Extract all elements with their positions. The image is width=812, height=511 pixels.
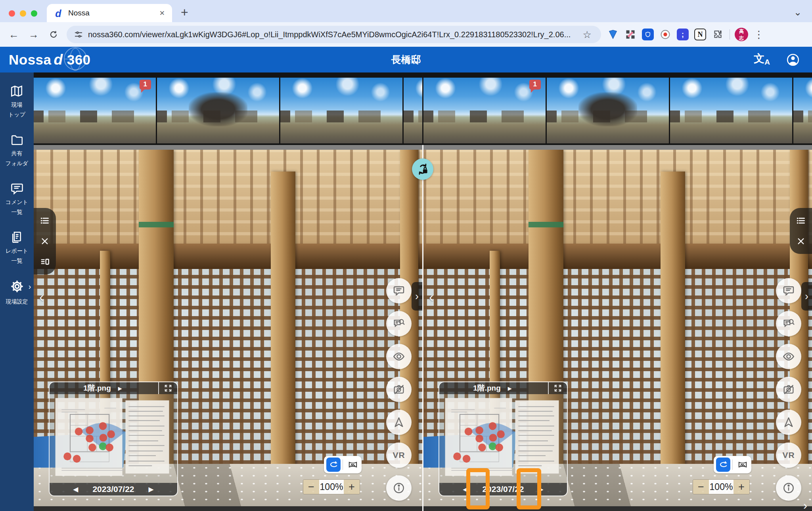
url-bar[interactable]: nossa360.com/viewer/xaLgk1wKigW3DGJ6#Lop… bbox=[67, 26, 601, 43]
window-maximize-button[interactable] bbox=[31, 10, 37, 17]
tab-search-chevron[interactable]: ⌄ bbox=[791, 6, 804, 18]
vimium-extension-icon[interactable] bbox=[606, 27, 620, 42]
bitwarden-extension-icon[interactable] bbox=[641, 27, 655, 42]
language-toggle-button[interactable]: 文A bbox=[751, 53, 772, 66]
new-tab-button[interactable]: + bbox=[178, 6, 191, 19]
minimap-photo-dot[interactable] bbox=[107, 430, 115, 438]
minimap-photo-dot[interactable] bbox=[465, 427, 473, 435]
minimap-photo-dot[interactable] bbox=[478, 444, 486, 452]
window-close-button[interactable] bbox=[9, 10, 15, 17]
minimap-floorplan[interactable] bbox=[439, 394, 567, 483]
notion-extension-icon[interactable]: N bbox=[693, 27, 707, 42]
list-view-button[interactable] bbox=[793, 213, 809, 229]
pano-thumbnail-1[interactable]: 1 bbox=[423, 78, 546, 143]
minimap-photo-dot[interactable] bbox=[99, 422, 107, 430]
expand-right-chevron-box[interactable]: › bbox=[412, 282, 422, 311]
hide-photo-button[interactable] bbox=[386, 377, 412, 402]
minimap-expand-button[interactable] bbox=[158, 382, 177, 394]
collapse-left-chevron[interactable]: ‹ bbox=[37, 289, 46, 305]
account-button[interactable] bbox=[783, 52, 802, 67]
sidebar-item-report-list[interactable]: レポート 一覧 bbox=[3, 230, 31, 265]
minimap-photo-dot[interactable] bbox=[463, 455, 471, 463]
tab-close-button[interactable]: ✕ bbox=[159, 8, 166, 18]
recorder-extension-icon[interactable] bbox=[658, 27, 672, 42]
close-compare-button[interactable] bbox=[793, 233, 809, 249]
browser-tab[interactable]: d Nossa ✕ bbox=[47, 4, 172, 22]
pano-thumbnail-4[interactable] bbox=[404, 78, 422, 143]
minimap-photo-dot[interactable] bbox=[489, 434, 497, 442]
vr-button[interactable]: VR bbox=[776, 442, 801, 468]
info-button[interactable] bbox=[386, 475, 412, 501]
close-compare-button[interactable] bbox=[37, 233, 53, 249]
comment-button[interactable] bbox=[776, 278, 801, 303]
comment-button[interactable] bbox=[386, 278, 412, 303]
semicolon-extension-icon[interactable]: ; bbox=[676, 27, 690, 42]
minimap-floorplan[interactable] bbox=[50, 394, 177, 483]
sidebar-item-site-settings[interactable]: › 現場設定 bbox=[4, 278, 31, 305]
panorama-toggle[interactable] bbox=[345, 458, 360, 472]
filmstrip-scroll-track[interactable] bbox=[423, 145, 812, 150]
zoom-in-button[interactable]: + bbox=[344, 480, 360, 494]
minimap-photo-dot[interactable] bbox=[489, 422, 497, 430]
pano-thumbnail-2[interactable] bbox=[547, 78, 669, 143]
reload-button[interactable] bbox=[45, 26, 62, 43]
tune-icon[interactable] bbox=[74, 30, 83, 39]
orientation-button[interactable] bbox=[776, 410, 801, 435]
pano-thumbnail-3[interactable] bbox=[280, 78, 402, 143]
profile-avatar[interactable]: 高志 bbox=[735, 28, 748, 41]
list-view-button[interactable] bbox=[37, 213, 53, 229]
minimap-photo-dot[interactable] bbox=[86, 427, 94, 435]
minimap-expand-button[interactable] bbox=[548, 382, 567, 394]
window-minimize-button[interactable] bbox=[20, 10, 26, 17]
split-divider[interactable] bbox=[422, 145, 423, 511]
minimap-current-photo-dot[interactable] bbox=[99, 442, 107, 450]
comment-search-button[interactable] bbox=[386, 311, 412, 336]
bookmark-star-icon[interactable]: ☆ bbox=[580, 29, 594, 41]
minimap-photo-dot[interactable] bbox=[100, 434, 107, 442]
next-floor-button[interactable]: ▶ bbox=[506, 385, 514, 392]
comment-search-button[interactable] bbox=[776, 311, 801, 336]
orientation-button[interactable] bbox=[386, 410, 412, 435]
sidebar-item-comment-list[interactable]: コメント 一覧 bbox=[3, 181, 31, 216]
back-button[interactable]: ← bbox=[6, 26, 22, 43]
zoom-out-button[interactable]: − bbox=[693, 480, 709, 494]
bottom-right-chevron[interactable]: › bbox=[801, 498, 810, 511]
minimap-photo-dot[interactable] bbox=[475, 427, 483, 435]
pano-thumbnail-4[interactable] bbox=[793, 78, 812, 143]
zoom-out-button[interactable]: − bbox=[303, 480, 319, 494]
layout-panel-button[interactable] bbox=[37, 254, 53, 270]
pano-thumbnail-2[interactable] bbox=[157, 78, 279, 143]
browser-menu-button[interactable]: ⋮ bbox=[751, 28, 766, 41]
pano-thumbnail-1[interactable]: 1 bbox=[34, 78, 156, 143]
sidebar-item-shared-folder[interactable]: 共有 フォルダ bbox=[3, 132, 31, 167]
expand-right-chevron-box[interactable]: › bbox=[801, 282, 812, 311]
extensions-menu-button[interactable] bbox=[710, 27, 725, 42]
minimap-photo-dot[interactable] bbox=[63, 452, 71, 460]
minimap-photo-dot[interactable] bbox=[75, 427, 83, 435]
minimap-photo-dot[interactable] bbox=[497, 430, 505, 438]
minimap-photo-dot[interactable] bbox=[86, 435, 94, 442]
forward-button[interactable]: → bbox=[25, 26, 42, 43]
next-floor-button[interactable]: ▶ bbox=[116, 385, 124, 392]
collapse-left-chevron[interactable]: ‹ bbox=[427, 289, 436, 305]
sidebar-item-site-top[interactable]: 現場 トップ bbox=[6, 84, 28, 118]
minimap-photo-dot[interactable] bbox=[105, 444, 113, 452]
qr-extension-icon[interactable] bbox=[623, 27, 638, 42]
minimap-photo-dot[interactable] bbox=[73, 455, 81, 463]
minimap-photo-dot[interactable] bbox=[453, 452, 461, 460]
panorama-toggle[interactable] bbox=[735, 458, 749, 472]
hide-photo-button[interactable] bbox=[776, 377, 801, 402]
filmstrip-scroll-track[interactable] bbox=[34, 145, 422, 150]
minimap-current-photo-dot[interactable] bbox=[489, 442, 497, 450]
info-button[interactable] bbox=[776, 475, 801, 501]
minimap-photo-dot[interactable] bbox=[495, 444, 503, 452]
zoom-in-button[interactable]: + bbox=[733, 480, 749, 494]
vr-button[interactable]: VR bbox=[386, 442, 412, 468]
minimap-photo-dot[interactable] bbox=[88, 444, 96, 452]
minimap-photo-dot[interactable] bbox=[475, 435, 483, 442]
next-date-button[interactable]: ▶ bbox=[146, 485, 156, 494]
sync-rotation-lock-button[interactable] bbox=[412, 158, 433, 180]
visibility-button[interactable] bbox=[776, 344, 801, 369]
prev-date-button[interactable]: ◀ bbox=[71, 485, 80, 494]
visibility-button[interactable] bbox=[386, 344, 412, 369]
